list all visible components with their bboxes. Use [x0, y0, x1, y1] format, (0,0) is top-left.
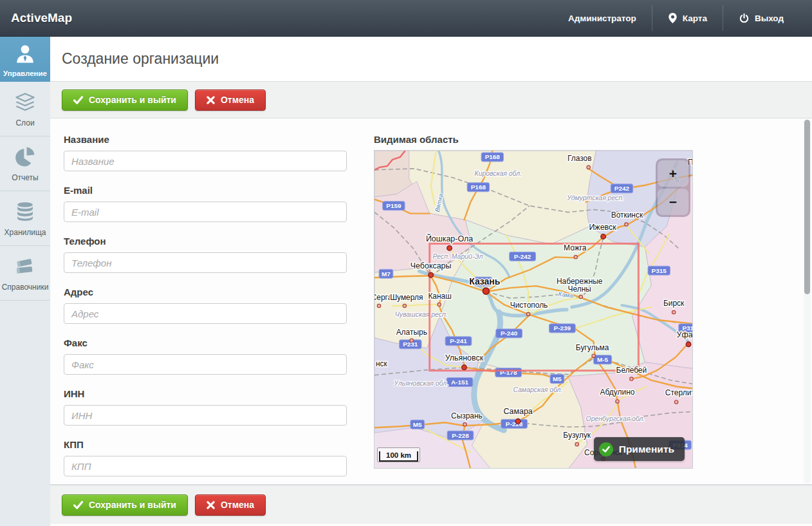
sidebar-item-storage[interactable]: Хранилища [0, 191, 50, 246]
field-fax: Факс [64, 337, 347, 375]
save-and-exit-button[interactable]: Сохранить и выйти [62, 89, 188, 111]
field-name: Название [64, 134, 347, 171]
zoom-out-button[interactable]: − [658, 189, 688, 215]
checkmark-icon [73, 96, 83, 104]
road-badge: Р-240 [496, 329, 522, 338]
svg-text:Самара: Самара [503, 407, 532, 416]
organization-form: Название E-mail Телефон Адрес Факс [50, 118, 812, 485]
road-badge: Р-228 [447, 431, 474, 440]
road-badge: Р-241 [445, 337, 472, 346]
svg-text:Бугульма: Бугульма [576, 343, 609, 352]
svg-text:Алатырь: Алатырь [396, 328, 427, 337]
svg-text:Глазов: Глазов [567, 154, 592, 163]
inn-field[interactable] [64, 405, 347, 426]
sidebar-item-management[interactable]: Управление [0, 37, 50, 82]
cancel-button-label: Отмена [221, 500, 254, 510]
visible-area-panel: Видимая область [374, 134, 693, 469]
basemap-svg[interactable]: Р168Р242Р168Р159Р-242М7Р315М-7Р-239Р-240… [374, 151, 693, 469]
user-name-label: Администратор [568, 14, 636, 23]
svg-text:М7: М7 [382, 270, 391, 277]
save-button-label: Сохранить и выйти [89, 95, 176, 105]
city-marker: нск [376, 359, 388, 368]
svg-text:Можга: Можга [564, 243, 587, 252]
database-icon [14, 200, 37, 223]
field-label: КПП [64, 439, 347, 450]
svg-text:Бирск: Бирск [663, 299, 685, 308]
user-icon [14, 42, 37, 65]
road-badge: Р-178 [495, 368, 522, 377]
address-field[interactable] [64, 303, 347, 324]
sidebar-item-layers[interactable]: Слои [0, 82, 50, 136]
field-address: Адрес [64, 286, 347, 324]
svg-text:Ульяновск: Ульяновск [445, 353, 484, 362]
logout-label: Выход [755, 14, 784, 23]
name-field[interactable] [64, 151, 347, 171]
svg-text:Уфа: Уфа [677, 330, 693, 339]
layers-icon [14, 91, 37, 114]
road-badge: М5 [550, 375, 564, 384]
visible-area-map[interactable]: Р168Р242Р168Р159Р-242М7Р315М-7Р-239Р-240… [374, 150, 693, 469]
road-badge: Р242 [611, 184, 632, 193]
logout-button[interactable]: Выход [723, 13, 799, 24]
main-content: Создание организации Сохранить и выйти О… [50, 37, 812, 526]
pie-chart-icon [14, 146, 37, 169]
sidebar: Управление Слои Отчеты Хранилища Справоч… [0, 37, 50, 526]
field-label: E-mail [64, 185, 347, 196]
region-label: Респ. Марий-Эл [433, 253, 483, 260]
visible-area-label: Видимая область [374, 134, 693, 145]
sidebar-item-reports[interactable]: Отчеты [0, 136, 50, 191]
field-label: Название [64, 134, 347, 145]
sidebar-item-label: Справочники [2, 283, 49, 292]
svg-text:Р315: Р315 [652, 267, 667, 274]
sidebar-item-directories[interactable]: Справочники [0, 246, 50, 301]
svg-text:Канаш: Канаш [428, 292, 451, 301]
sidebar-item-label: Управление [3, 70, 47, 77]
field-inn: ИНН [64, 388, 347, 426]
sidebar-item-label: Хранилища [5, 228, 46, 237]
svg-text:нск: нск [376, 359, 388, 368]
field-label: ИНН [64, 388, 347, 399]
region-label: Самарская обл. [513, 386, 563, 393]
road-badge: Р168 [467, 183, 489, 192]
map-link[interactable]: Карта [652, 12, 723, 24]
form-scrollbar[interactable] [804, 119, 811, 484]
form-scrollbar-thumb[interactable] [804, 120, 810, 294]
svg-text:Бузулук: Бузулук [563, 431, 591, 440]
svg-text:М-5: М-5 [597, 356, 609, 363]
svg-text:Сызрань: Сызрань [451, 411, 483, 420]
field-phone: Телефон [64, 236, 347, 273]
kpp-field[interactable] [64, 456, 347, 476]
svg-text:Р-239: Р-239 [554, 324, 571, 332]
road-badge: М-5 [594, 355, 612, 364]
map-zoom-control: + − [656, 158, 690, 217]
field-label: Телефон [64, 236, 347, 247]
svg-text:Ижевск: Ижевск [589, 223, 616, 232]
svg-text:Р159: Р159 [386, 202, 401, 209]
cancel-button-label: Отмена [221, 95, 254, 105]
top-nav: Администратор Карта Выход [553, 5, 799, 31]
save-and-exit-button-bottom[interactable]: Сохранить и выйти [62, 494, 188, 516]
top-bar: ActiveMap Администратор Карта Выход [0, 0, 812, 37]
phone-field[interactable] [64, 252, 347, 273]
fax-field[interactable] [64, 354, 347, 375]
zoom-in-button[interactable]: + [658, 160, 688, 187]
region-label: Оренбургская обл. [586, 415, 645, 422]
svg-text:Абдулино: Абдулино [600, 388, 635, 397]
region-label: Ульяновская обл. [393, 380, 448, 387]
user-menu[interactable]: Администратор [553, 14, 652, 23]
svg-text:Воткинск: Воткинск [611, 211, 643, 220]
svg-text:М5: М5 [413, 421, 422, 428]
form-fields: Название E-mail Телефон Адрес Факс [64, 134, 347, 490]
email-field[interactable] [64, 202, 347, 222]
cross-icon [207, 501, 215, 509]
cancel-button[interactable]: Отмена [195, 89, 266, 111]
map-link-label: Карта [683, 14, 707, 23]
svg-text:Р242: Р242 [614, 185, 630, 192]
apply-check-icon [599, 442, 613, 456]
app-logo: ActiveMap [11, 11, 72, 25]
cancel-button-bottom[interactable]: Отмена [195, 494, 266, 516]
field-email: E-mail [64, 185, 347, 222]
field-label: Адрес [64, 286, 347, 297]
map-apply-button[interactable]: Применить [594, 437, 685, 461]
svg-text:Р168: Р168 [471, 183, 486, 191]
